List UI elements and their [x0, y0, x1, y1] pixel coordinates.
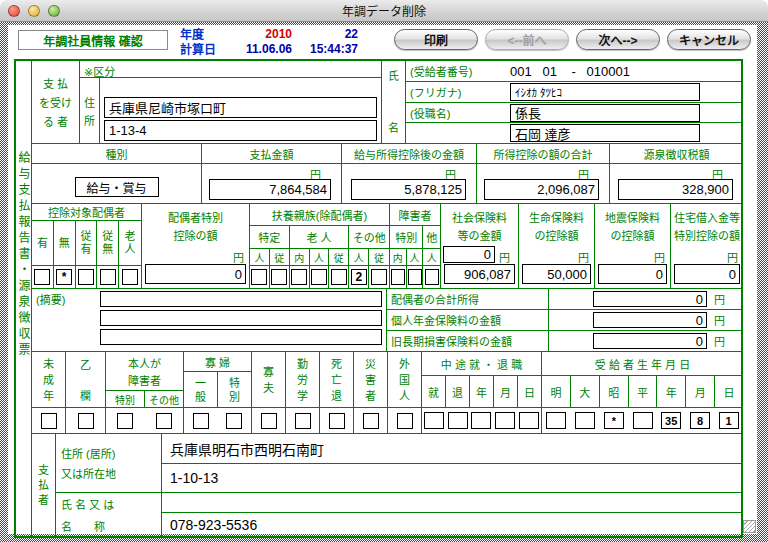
foreigner-checkbox[interactable] [397, 413, 413, 429]
window-body: 年調社員情報 確認 年度 2010 22 計算日 11.06.06 15:44:… [0, 22, 768, 542]
housing-loan-header: 住宅借入金等 [674, 209, 740, 225]
birth-month-field[interactable]: 8 [690, 412, 710, 429]
personal-pension-field[interactable]: 0 [593, 312, 707, 328]
midyear-col-label: 年 [470, 376, 494, 407]
birth-taisho-checkbox[interactable] [575, 412, 595, 429]
spouse-special-amount-field[interactable]: 0 [145, 264, 246, 284]
type-header: 種別 [32, 144, 201, 164]
otsu-label: 乙 [80, 356, 91, 372]
midyear-col-label: 就 [422, 376, 446, 407]
spouse-yes-checkbox[interactable] [34, 269, 50, 285]
spouse-no-checkbox[interactable]: * [56, 269, 72, 285]
recipient-address-line1-field[interactable]: 兵庫県尼崎市塚口町 [104, 97, 377, 118]
dep-unit-label: 内 [290, 249, 310, 265]
prev-button[interactable]: <--前へ [485, 29, 569, 50]
birth-day-field[interactable]: 1 [719, 412, 739, 429]
cancel-button[interactable]: キャンセル [667, 29, 751, 50]
payer-name-line2-field[interactable]: 078-923-5536 [162, 513, 743, 536]
dep-other-count-field[interactable]: 2 [351, 269, 367, 285]
widow-general-checkbox[interactable] [193, 413, 209, 429]
widow-special-label: 特別 [228, 376, 241, 404]
remarks-section: (摘要) 配偶者の合計所得 0 円 [32, 289, 743, 352]
spouse-col-label: 老人 [119, 221, 141, 265]
remarks-line3-field[interactable] [100, 329, 382, 345]
next-button[interactable]: 次へ--> [576, 29, 660, 50]
after-deduction-header: 給与所得控除後の金額 [342, 144, 476, 164]
dep-specified-sub-field[interactable] [271, 269, 287, 285]
midyear-join-field[interactable] [424, 412, 444, 429]
spouse-sub-no-checkbox[interactable] [100, 269, 116, 285]
disaster-victim-label: 災害者 [364, 356, 377, 404]
death-retirement-checkbox[interactable] [329, 413, 345, 429]
housing-loan-field[interactable]: 0 [674, 264, 740, 284]
recipient-number-value: 001 01 - 010001 [510, 64, 630, 79]
birth-heisei-checkbox[interactable] [633, 412, 653, 429]
disabled-special-count-field[interactable] [408, 269, 422, 285]
birth-month-label: 月 [686, 376, 715, 407]
total-deduction-field[interactable]: 2,096,087 [484, 179, 599, 200]
midyear-month-field[interactable] [495, 412, 515, 429]
disabled-header: 障害者 [390, 204, 440, 226]
recipient-address-line2-field[interactable]: 1-13-4 [104, 120, 377, 141]
withholding-tax-field[interactable]: 328,900 [618, 179, 733, 200]
widow-special-checkbox[interactable] [226, 413, 242, 429]
payer-address-line1-field[interactable]: 兵庫県明石市西明石南町 [162, 434, 743, 464]
resize-grip[interactable] [743, 520, 756, 533]
birthdate-header: 受 給 者 生 年 月 日 [542, 352, 743, 375]
disaster-victim-checkbox[interactable] [363, 413, 379, 429]
remarks-line1-field[interactable] [100, 291, 382, 307]
spouse-col-label: 従有 [76, 221, 98, 265]
pay-amount-header: 支払金額 [202, 144, 341, 164]
dep-other-sub-field[interactable] [371, 269, 387, 285]
minor-checkbox[interactable] [41, 413, 57, 429]
dep-group-label: 特定 [250, 226, 290, 248]
furigana-field[interactable]: ｲｼｵｶ ﾀﾂﾋｺ [510, 83, 700, 101]
spouse-total-income-field[interactable]: 0 [593, 291, 707, 307]
calc-date-label: 計算日 [180, 40, 224, 57]
print-button[interactable]: 印刷 [394, 29, 478, 50]
pay-type-field[interactable]: 給与・賞与 [75, 177, 159, 197]
midyear-year-field[interactable] [471, 412, 491, 429]
pay-amount-field[interactable]: 7,864,584 [209, 179, 331, 200]
recipient-name-field[interactable]: 石岡 達彦 [510, 124, 700, 142]
job-title-field[interactable]: 係長 [510, 104, 700, 122]
midyear-leave-field[interactable] [448, 412, 468, 429]
spouse-special-header: 配偶者特別 [168, 209, 223, 225]
dep-elderly-sub-field[interactable] [331, 269, 347, 285]
midyear-day-field[interactable] [519, 412, 539, 429]
dep-group-label: その他 [349, 226, 389, 248]
birth-era-label: 明 [542, 376, 571, 407]
life-insurance-field[interactable]: 50,000 [522, 264, 591, 284]
old-longterm-insurance-field[interactable]: 0 [593, 333, 707, 349]
content-panel: 年調社員情報 確認 年度 2010 22 計算日 11.06.06 15:44:… [8, 25, 757, 534]
disabled-other-count-field[interactable] [425, 269, 439, 285]
widow-general-label: 一般 [194, 376, 207, 404]
spouse-elderly-checkbox[interactable] [122, 269, 138, 285]
payer-address-line2-field[interactable]: 1-10-13 [162, 464, 743, 493]
otsu-checkbox[interactable] [78, 413, 94, 429]
dep-unit-label: 人 [250, 249, 270, 265]
social-insurance-header: 社会保険料 [452, 209, 507, 225]
self-special-label: 特別 [106, 391, 145, 407]
birth-year-field[interactable]: 35 [661, 412, 681, 429]
social-insurance-inner-field[interactable]: 0 [443, 246, 495, 263]
dep-specified-count-field[interactable] [251, 269, 267, 285]
dep-elderly-count-field[interactable] [311, 269, 327, 285]
working-student-checkbox[interactable] [295, 413, 311, 429]
dep-elderly-inner-field[interactable] [291, 269, 307, 285]
payer-name-line1-field[interactable] [162, 493, 743, 513]
earthquake-insurance-field[interactable]: 0 [598, 264, 667, 284]
self-special-checkbox[interactable] [117, 413, 133, 429]
spouse-sub-yes-checkbox[interactable] [78, 269, 94, 285]
midyear-col-label: 日 [518, 376, 541, 407]
birth-meiji-checkbox[interactable] [546, 412, 566, 429]
disabled-special-inner-field[interactable] [391, 269, 405, 285]
self-other-checkbox[interactable] [156, 413, 172, 429]
social-insurance-field[interactable]: 906,087 [444, 264, 515, 284]
birth-showa-checkbox[interactable]: * [604, 412, 624, 429]
after-deduction-field[interactable]: 5,878,125 [351, 179, 466, 200]
widower-checkbox[interactable] [261, 413, 277, 429]
birth-era-label: 平 [629, 376, 658, 407]
window-title: 年調データ削除 [0, 2, 768, 19]
remarks-line2-field[interactable] [100, 310, 382, 326]
